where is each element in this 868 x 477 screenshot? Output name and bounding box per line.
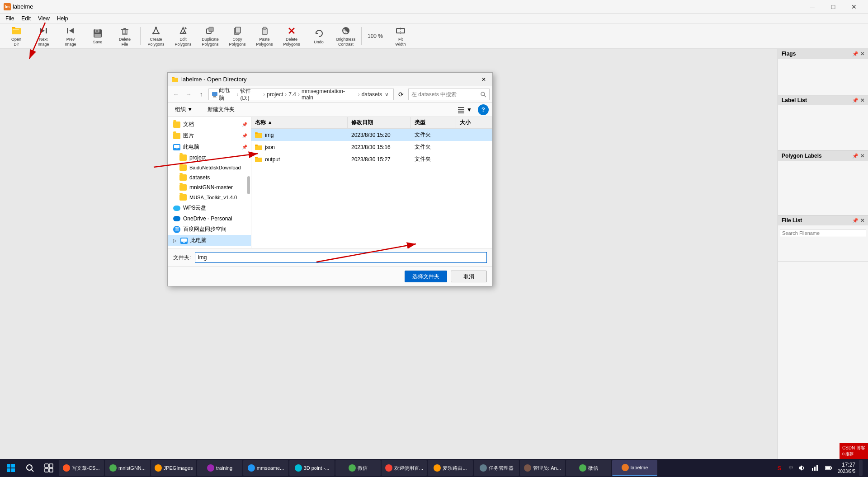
- help-button[interactable]: ?: [478, 104, 489, 115]
- taskbar: 写文章-CS... mnistGNN... JPEGImages trainin…: [0, 459, 868, 477]
- undo-button[interactable]: Undo: [306, 25, 331, 47]
- sidebar-item-baidu-cloud[interactable]: 百 百度网盘同步空间: [168, 224, 251, 235]
- taskbar-item-mnistgnn[interactable]: mnistGNN...: [105, 460, 150, 476]
- edit-polygons-button[interactable]: EditPolygons: [170, 25, 196, 47]
- open-dir-button[interactable]: OpenDir: [4, 25, 29, 47]
- col-header-date[interactable]: 修改日期: [348, 117, 411, 128]
- label-list-close-button[interactable]: ✕: [860, 98, 864, 103]
- taskbar-item-maile[interactable]: 麦乐路由...: [428, 460, 473, 476]
- refresh-button[interactable]: ⟳: [396, 89, 406, 100]
- volume-icon[interactable]: [796, 460, 807, 476]
- back-button[interactable]: ←: [170, 89, 181, 100]
- menu-view[interactable]: View: [34, 14, 53, 23]
- file-row-output[interactable]: output 2023/8/30 15:27 文件夹: [251, 153, 492, 165]
- breadcrumb-version[interactable]: 7.4: [288, 91, 296, 98]
- windows-start-button[interactable]: [2, 460, 20, 476]
- sidebar-item-pictures[interactable]: 图片 📌: [168, 130, 251, 141]
- forward-button[interactable]: →: [183, 89, 194, 100]
- prev-image-button[interactable]: PrevImage: [58, 25, 83, 47]
- taskbar-item-3dpoint[interactable]: 3D point -...: [289, 460, 335, 476]
- sidebar-item-baidunetdisk[interactable]: BaiduNetdiskDownload: [168, 163, 251, 173]
- zoom-level-display[interactable]: 100 %: [364, 25, 386, 47]
- next-image-button[interactable]: NextImage: [31, 25, 56, 47]
- battery-icon[interactable]: [823, 460, 834, 476]
- sidebar-item-this-pc-selected[interactable]: ▷ 此电脑: [168, 235, 251, 246]
- breadcrumb-computer[interactable]: 此电脑: [219, 87, 235, 102]
- taskbar-item-task-mgr[interactable]: 任务管理器: [474, 460, 519, 476]
- paste-polygons-button[interactable]: PastePolygons: [252, 25, 277, 47]
- svg-rect-51: [255, 157, 258, 158]
- sidebar-item-documents[interactable]: 文档 📌: [168, 119, 251, 130]
- file-list-close-button[interactable]: ✕: [860, 218, 864, 224]
- cancel-button[interactable]: 取消: [451, 271, 487, 282]
- network-status-icon[interactable]: [810, 460, 821, 476]
- dialog-title-text: labelme - Open Directory: [181, 76, 247, 83]
- duplicate-polygons-button[interactable]: DuplicatePolygons: [198, 25, 223, 47]
- sidebar-item-this-pc[interactable]: 此电脑 📌: [168, 141, 251, 153]
- taskbar-item-youjie[interactable]: 欢迎使用百...: [382, 460, 427, 476]
- sidebar-item-datasets[interactable]: datasets: [168, 173, 251, 182]
- file-search-input[interactable]: [780, 229, 866, 237]
- breadcrumb-drive[interactable]: 软件 (D:): [240, 87, 261, 101]
- breadcrumb-dropdown[interactable]: ∨: [383, 90, 391, 98]
- create-polygons-button[interactable]: CreatePolygons: [143, 25, 169, 47]
- close-button[interactable]: ✕: [844, 0, 864, 14]
- flags-close-button[interactable]: ✕: [860, 51, 864, 57]
- taskbar-item-manager[interactable]: 管理员: An...: [520, 460, 565, 476]
- sidebar-item-onedrive[interactable]: OneDrive - Personal: [168, 214, 251, 224]
- maximize-button[interactable]: □: [823, 0, 844, 14]
- sidebar-item-wps-cloud[interactable]: WPS云盘: [168, 202, 251, 214]
- breadcrumb-project[interactable]: project: [267, 91, 283, 98]
- file-row-json[interactable]: json 2023/8/30 15:16 文件夹: [251, 141, 492, 153]
- taskbar-item-writing-cs[interactable]: 写文章-CS...: [59, 460, 104, 476]
- col-header-size[interactable]: 大小: [456, 117, 492, 128]
- titlebar-controls: ─ □ ✕: [802, 0, 864, 14]
- file-row-img[interactable]: img 2023/8/30 15:20 文件夹: [251, 129, 492, 141]
- breadcrumb-datasets[interactable]: datasets: [362, 91, 382, 98]
- flags-pin-button[interactable]: 📌: [852, 51, 859, 57]
- fit-width-button[interactable]: FitWidth: [388, 25, 413, 47]
- taskbar-item-training[interactable]: training: [197, 460, 242, 476]
- delete-file-button[interactable]: DeleteFile: [112, 25, 137, 47]
- polygon-labels-close-button[interactable]: ✕: [860, 153, 864, 159]
- svg-rect-11: [121, 29, 128, 30]
- taskbar-item-weixin[interactable]: 微信: [335, 460, 381, 476]
- delete-polygons-button[interactable]: DeletePolygons: [279, 25, 304, 47]
- breadcrumb-mmseg[interactable]: mmsegmentation-main: [302, 88, 356, 101]
- sidebar-item-network[interactable]: 网络: [168, 246, 251, 248]
- organize-button[interactable]: 组织 ▼: [171, 105, 196, 114]
- brightness-contrast-button[interactable]: BrightnessContrast: [333, 25, 359, 47]
- label-list-pin-button[interactable]: 📌: [852, 98, 859, 103]
- file-list-pin-button[interactable]: 📌: [852, 218, 859, 224]
- taskbar-item-mmseame[interactable]: mmseame...: [243, 460, 288, 476]
- copy-polygons-button[interactable]: CopyPolygons: [225, 25, 250, 47]
- up-button[interactable]: ↑: [196, 89, 207, 100]
- minimize-button[interactable]: ─: [802, 0, 823, 14]
- col-header-name[interactable]: 名称 ▲: [251, 117, 348, 128]
- col-header-type[interactable]: 类型: [411, 117, 456, 128]
- keyboard-layout[interactable]: 中: [789, 465, 793, 471]
- menu-file[interactable]: File: [2, 14, 18, 23]
- sidebar-item-musa[interactable]: MUSA_Toolkit_v1.4.0: [168, 192, 251, 202]
- taskbar-item-jpegimages[interactable]: JPEGImages: [151, 460, 196, 476]
- time-display[interactable]: 17:27 2023/9/5: [838, 462, 855, 475]
- sidebar-item-mnistgnn[interactable]: mnistGNN-master: [168, 182, 251, 192]
- view-toggle-button[interactable]: ▼: [453, 105, 476, 115]
- task-view-button[interactable]: [40, 460, 58, 476]
- taskbar-item-labelme[interactable]: labelme: [612, 460, 657, 476]
- search-taskbar-button[interactable]: [21, 460, 39, 476]
- menu-edit[interactable]: Edit: [18, 14, 34, 23]
- select-folder-button[interactable]: 选择文件夹: [405, 271, 447, 282]
- new-folder-button[interactable]: 新建文件夹: [204, 105, 238, 114]
- ime-icon[interactable]: S: [773, 460, 786, 476]
- svg-rect-0: [12, 28, 21, 34]
- dialog-close-button[interactable]: ✕: [479, 75, 489, 84]
- polygon-labels-pin-button[interactable]: 📌: [852, 153, 859, 159]
- filename-input[interactable]: [195, 252, 487, 263]
- save-button[interactable]: Save: [85, 25, 110, 47]
- show-desktop-button[interactable]: [859, 460, 863, 476]
- menu-help[interactable]: Help: [53, 14, 72, 23]
- search-input[interactable]: [411, 91, 478, 98]
- taskbar-item-weixin2[interactable]: 微信: [566, 460, 611, 476]
- sidebar-item-project[interactable]: project: [168, 153, 251, 163]
